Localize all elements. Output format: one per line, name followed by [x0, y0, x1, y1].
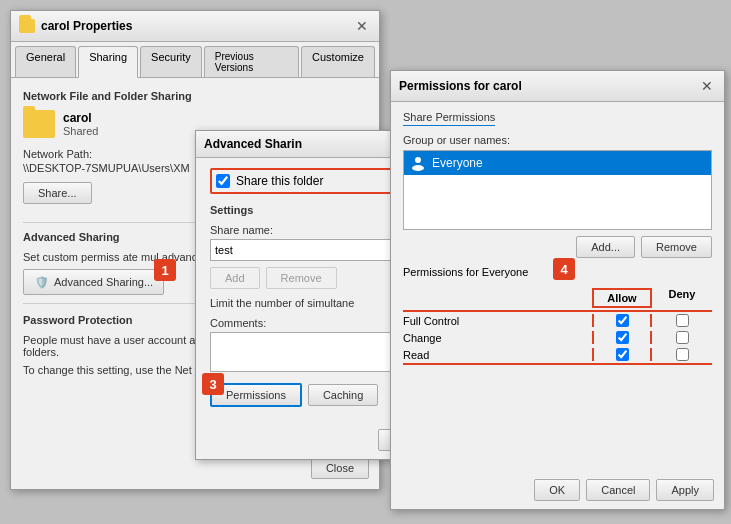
permissions-title: Permissions for carol	[399, 79, 522, 93]
permissions-close-btn[interactable]: ✕	[698, 77, 716, 95]
carol-props-bottom-buttons: Close	[311, 457, 369, 479]
permissions-titlebar: Permissions for carol ✕	[391, 71, 724, 102]
folder-name: carol	[63, 111, 98, 125]
read-allow	[592, 348, 652, 361]
tab-previous-versions[interactable]: Previous Versions	[204, 46, 299, 77]
perms-remove-btn[interactable]: Remove	[641, 236, 712, 258]
carol-props-tab-bar: General Sharing Security Previous Versio…	[11, 42, 379, 78]
perms-table-header: Allow Deny	[403, 288, 712, 308]
svg-point-1	[412, 165, 424, 171]
full-control-deny-checkbox[interactable]	[676, 314, 689, 327]
read-label: Read	[403, 349, 592, 361]
folder-icon	[23, 110, 55, 138]
remove-btn: Remove	[266, 267, 337, 289]
full-control-label: Full Control	[403, 315, 592, 327]
perms-add-btn[interactable]: Add...	[576, 236, 635, 258]
share-folder-label: Share this folder	[236, 174, 323, 188]
change-label: Change	[403, 332, 592, 344]
adv-sharing-btn[interactable]: 🛡️ Advanced Sharing...	[23, 269, 164, 295]
step-1-badge: 1	[154, 259, 176, 281]
read-allow-checkbox[interactable]	[616, 348, 629, 361]
share-folder-checkbox[interactable]	[216, 174, 230, 188]
step-4-badge: 4	[553, 258, 575, 280]
read-deny-checkbox[interactable]	[676, 348, 689, 361]
carol-props-close-btn[interactable]: ✕	[353, 17, 371, 35]
change-row: Change	[403, 329, 712, 346]
user-list: Everyone	[403, 150, 712, 230]
carol-props-title: carol Properties	[41, 19, 132, 33]
perms-content: Share Permissions Group or user names: E…	[391, 102, 724, 373]
tab-sharing[interactable]: Sharing	[78, 46, 138, 78]
add-btn: Add	[210, 267, 260, 289]
full-control-allow-checkbox[interactable]	[616, 314, 629, 327]
svg-point-0	[415, 157, 421, 163]
full-control-deny	[652, 314, 712, 327]
allow-col-header: Allow	[592, 288, 652, 308]
permissions-window: Permissions for carol ✕ Share Permission…	[390, 70, 725, 510]
share-btn[interactable]: Share...	[23, 182, 92, 204]
everyone-user-icon	[410, 155, 426, 171]
change-allow	[592, 331, 652, 344]
full-control-allow	[592, 314, 652, 327]
everyone-user-item[interactable]: Everyone	[404, 151, 711, 175]
tab-security[interactable]: Security	[140, 46, 202, 77]
change-deny	[652, 331, 712, 344]
step-3-badge: 3	[202, 373, 224, 395]
add-remove-perms-row: Add... Remove	[403, 236, 712, 258]
password-link-prefix: To change this setting, use the Net	[23, 364, 192, 376]
group-label: Group or user names:	[403, 134, 712, 146]
folder-status: Shared	[63, 125, 98, 137]
read-row: Read	[403, 346, 712, 365]
tab-customize[interactable]: Customize	[301, 46, 375, 77]
read-deny	[652, 348, 712, 361]
deny-col-header: Deny	[652, 288, 712, 308]
change-allow-checkbox[interactable]	[616, 331, 629, 344]
tab-general[interactable]: General	[15, 46, 76, 77]
network-section-title: Network File and Folder Sharing	[23, 90, 367, 102]
adv-sharing-title: Advanced Sharin	[204, 137, 302, 151]
caching-btn[interactable]: Caching	[308, 384, 378, 406]
perms-ok-btn[interactable]: OK	[534, 479, 580, 501]
close-button[interactable]: Close	[311, 457, 369, 479]
window-folder-icon	[19, 19, 35, 33]
perms-cancel-btn[interactable]: Cancel	[586, 479, 650, 501]
share-perms-tab[interactable]: Share Permissions	[403, 111, 495, 126]
shield-icon: 🛡️	[34, 274, 50, 290]
perms-apply-btn[interactable]: Apply	[656, 479, 714, 501]
change-deny-checkbox[interactable]	[676, 331, 689, 344]
full-control-row: Full Control	[403, 310, 712, 329]
perms-bottom-buttons: OK Cancel Apply	[534, 479, 714, 501]
everyone-label: Everyone	[432, 156, 483, 170]
carol-props-titlebar: carol Properties ✕	[11, 11, 379, 42]
